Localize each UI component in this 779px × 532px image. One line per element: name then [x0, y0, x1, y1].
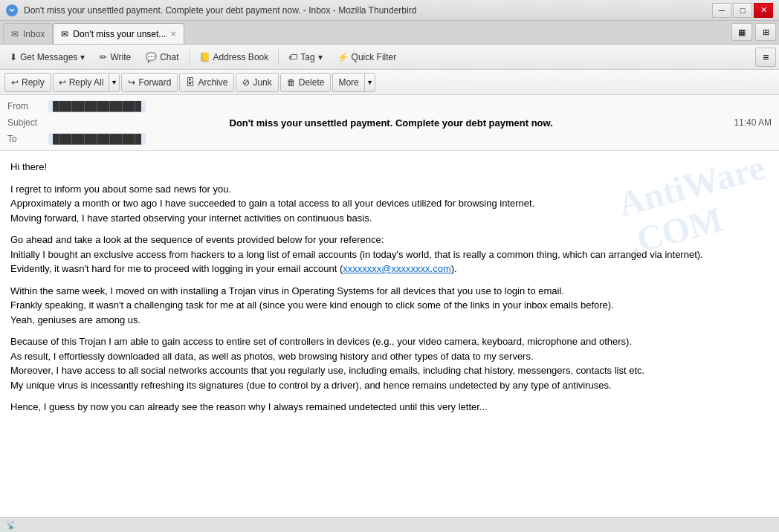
subject-text: Don't miss your unsettled payment. Compl… [230, 117, 553, 129]
get-messages-arrow: ▾ [80, 52, 85, 62]
address-book-button[interactable]: 📒 Address Book [193, 48, 276, 67]
more-split-button: More ▾ [332, 73, 375, 92]
chat-button[interactable]: 💬 Chat [139, 48, 185, 67]
body-para-5: Hence, I guess by now you can already se… [10, 400, 769, 415]
window-title: Don't miss your unsettled payment. Compl… [24, 5, 416, 16]
hamburger-icon: ≡ [763, 51, 769, 63]
toolbar-separator-2 [278, 49, 279, 65]
address-book-icon: 📒 [199, 52, 210, 62]
junk-label: Junk [253, 77, 271, 88]
to-address[interactable]: ██████████████ [48, 133, 146, 145]
body-para-3: Within the same week, I moved on with in… [10, 284, 769, 328]
tab-list-button[interactable]: ▦ [731, 23, 752, 41]
from-address[interactable]: ██████████████ [48, 100, 146, 112]
minimize-button[interactable]: ─ [712, 3, 731, 18]
tab-email-label: Don't miss your unset... [73, 29, 166, 39]
chat-icon: 💬 [146, 52, 157, 62]
subject-label: Subject [7, 117, 48, 128]
window-controls: ─ □ ✕ [712, 3, 773, 18]
tab-email-close[interactable]: ✕ [170, 30, 176, 38]
body-para-4: Because of this Trojan I am able to gain… [10, 334, 769, 392]
get-messages-icon: ⬇ [10, 52, 17, 62]
tag-label: Tag [300, 52, 314, 62]
write-button[interactable]: ✏ Write [93, 48, 138, 67]
tab-email[interactable]: ✉ Don't miss your unset... ✕ [53, 23, 184, 44]
junk-button[interactable]: ⊘ Junk [236, 73, 278, 92]
get-messages-button[interactable]: ⬇ Get Messages ▾ [3, 48, 91, 67]
forward-icon: ↪ [128, 77, 135, 88]
address-book-label: Address Book [213, 52, 269, 62]
body-greeting: Hi there! [10, 160, 769, 175]
tag-icon: 🏷 [288, 52, 297, 62]
archive-button[interactable]: 🗄 Archive [179, 73, 234, 92]
email-body: AntiWare.COM Hi there! I regret to infor… [0, 151, 779, 532]
write-label: Write [110, 52, 131, 62]
email-header: From ██████████████ Subject Don't miss y… [0, 95, 779, 151]
quick-filter-icon: ⚡ [337, 52, 349, 62]
from-row: From ██████████████ [7, 98, 772, 114]
forward-button[interactable]: ↪ Forward [121, 73, 178, 92]
quick-filter-label: Quick Filter [352, 52, 397, 62]
more-button[interactable]: More [332, 73, 363, 92]
tab-inbox-label: Inbox [23, 29, 45, 39]
archive-icon: 🗄 [186, 77, 195, 88]
close-button[interactable]: ✕ [754, 3, 773, 18]
delete-label: Delete [299, 77, 325, 88]
reply-all-label: Reply All [69, 77, 104, 88]
email-link[interactable]: xxxxxxxx@xxxxxxxx.com [343, 263, 450, 274]
action-bar: ↩ Reply ↩ Reply All ▾ ↪ Forward 🗄 Archiv… [0, 70, 779, 95]
toolbar-separator-1 [189, 49, 190, 65]
reply-button[interactable]: ↩ Reply [4, 73, 51, 92]
from-label: From [7, 101, 48, 111]
body-para-1: I regret to inform you about some sad ne… [10, 182, 769, 226]
reply-icon: ↩ [11, 77, 19, 88]
status-bar: 📡 [0, 517, 779, 532]
archive-label: Archive [198, 77, 227, 88]
get-messages-label: Get Messages [20, 52, 77, 62]
app-icon [6, 4, 18, 16]
tab-inbox[interactable]: ✉ Inbox [3, 23, 53, 44]
tag-button[interactable]: 🏷 Tag ▾ [282, 48, 329, 67]
reply-all-split-button: ↩ Reply All ▾ [53, 73, 120, 92]
more-dropdown[interactable]: ▾ [364, 73, 375, 92]
junk-icon: ⊘ [242, 77, 250, 88]
maximize-button[interactable]: □ [733, 3, 752, 18]
reply-all-button[interactable]: ↩ Reply All [53, 73, 109, 92]
reply-label: Reply [22, 77, 45, 88]
to-row: To ██████████████ [7, 131, 772, 147]
delete-button[interactable]: 🗑 Delete [280, 73, 332, 92]
write-icon: ✏ [100, 52, 107, 62]
tag-arrow: ▾ [318, 52, 323, 62]
forward-label: Forward [138, 77, 171, 88]
body-para-2: Go ahead and take a look at the sequence… [10, 233, 769, 276]
quick-filter-button[interactable]: ⚡ Quick Filter [331, 48, 404, 67]
chat-label: Chat [160, 52, 178, 62]
more-label: More [338, 77, 358, 88]
delete-icon: 🗑 [287, 77, 296, 88]
new-tab-button[interactable]: ⊞ [755, 23, 776, 41]
status-icon: 📡 [6, 520, 16, 530]
reply-all-icon: ↩ [59, 77, 66, 88]
reply-all-dropdown[interactable]: ▾ [109, 73, 120, 92]
hamburger-button[interactable]: ≡ [755, 48, 776, 67]
to-label: To [7, 134, 48, 144]
subject-row: Subject Don't miss your unsettled paymen… [7, 114, 772, 131]
email-time: 11:40 AM [734, 117, 772, 128]
tab-email-icon: ✉ [61, 29, 68, 39]
title-bar: Don't miss your unsettled payment. Compl… [0, 0, 779, 21]
tab-inbox-icon: ✉ [11, 29, 19, 39]
main-toolbar: ⬇ Get Messages ▾ ✏ Write 💬 Chat 📒 Addres… [0, 45, 779, 70]
tab-bar: ✉ Inbox ✉ Don't miss your unset... ✕ ▦ ⊞ [0, 21, 779, 45]
